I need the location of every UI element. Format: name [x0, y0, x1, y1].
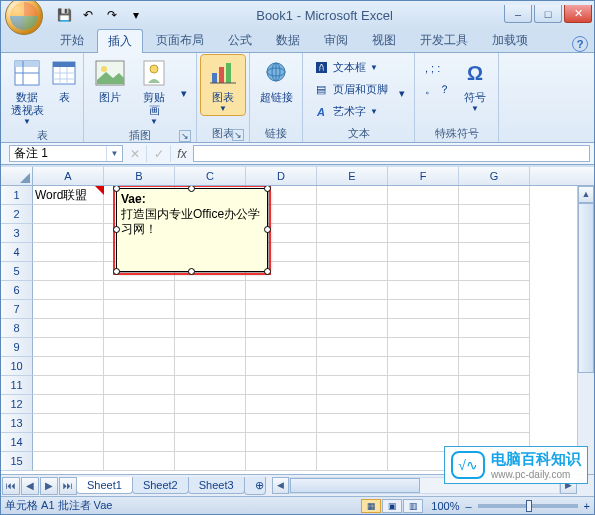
- textbox-button[interactable]: 🅰文本框 ▼: [309, 57, 392, 78]
- zoom-value[interactable]: 100%: [431, 500, 459, 512]
- save-icon[interactable]: 💾: [53, 4, 75, 26]
- cell[interactable]: [33, 281, 104, 300]
- table-button[interactable]: 表: [49, 55, 79, 106]
- tab-addins[interactable]: 加载项: [481, 28, 539, 52]
- sheet-nav-prev-icon[interactable]: ◀: [21, 477, 39, 495]
- zoom-out-button[interactable]: –: [465, 500, 471, 512]
- fx-icon[interactable]: fx: [171, 147, 193, 161]
- cell[interactable]: [104, 395, 175, 414]
- row-header[interactable]: 10: [1, 357, 33, 376]
- illustrations-more-button[interactable]: ▾: [176, 55, 192, 102]
- cell[interactable]: [175, 376, 246, 395]
- undo-icon[interactable]: ↶: [77, 4, 99, 26]
- row-header[interactable]: 7: [1, 300, 33, 319]
- symbol-button[interactable]: Ω 符号 ▼: [456, 55, 494, 115]
- cell[interactable]: [33, 224, 104, 243]
- sheet-tab[interactable]: Sheet2: [132, 477, 189, 494]
- cell[interactable]: [104, 357, 175, 376]
- sheet-tab[interactable]: Sheet3: [188, 477, 245, 494]
- row-header[interactable]: 11: [1, 376, 33, 395]
- formula-input[interactable]: [193, 145, 590, 162]
- redo-icon[interactable]: ↷: [101, 4, 123, 26]
- sheet-nav-next-icon[interactable]: ▶: [40, 477, 58, 495]
- normal-view-icon[interactable]: ▦: [361, 499, 381, 513]
- cell[interactable]: [388, 319, 459, 338]
- cell[interactable]: [175, 300, 246, 319]
- cell[interactable]: [388, 262, 459, 281]
- cell[interactable]: [104, 433, 175, 452]
- cell[interactable]: [388, 224, 459, 243]
- cell[interactable]: [175, 357, 246, 376]
- cell[interactable]: [33, 319, 104, 338]
- cell[interactable]: [33, 300, 104, 319]
- cell[interactable]: [317, 281, 388, 300]
- cell[interactable]: [317, 300, 388, 319]
- wordart-button[interactable]: A艺术字 ▼: [309, 101, 392, 122]
- row-header[interactable]: 12: [1, 395, 33, 414]
- cell[interactable]: [459, 224, 530, 243]
- cell[interactable]: [459, 414, 530, 433]
- cell[interactable]: [33, 414, 104, 433]
- cell[interactable]: [388, 433, 459, 452]
- cell[interactable]: [33, 452, 104, 471]
- cell[interactable]: [388, 186, 459, 205]
- cell[interactable]: [33, 205, 104, 224]
- vertical-scrollbar[interactable]: ▲: [577, 186, 594, 474]
- zoom-in-button[interactable]: +: [584, 500, 590, 512]
- cell[interactable]: [104, 376, 175, 395]
- row-header[interactable]: 14: [1, 433, 33, 452]
- cell[interactable]: [33, 376, 104, 395]
- cell-comment[interactable]: Vae: 打造国内专业Office办公学习网！: [116, 188, 268, 272]
- cell[interactable]: [175, 395, 246, 414]
- row-header[interactable]: 5: [1, 262, 33, 281]
- cell[interactable]: [388, 243, 459, 262]
- cell[interactable]: [317, 395, 388, 414]
- column-header[interactable]: F: [388, 167, 459, 185]
- cell[interactable]: [459, 452, 530, 471]
- row-header[interactable]: 6: [1, 281, 33, 300]
- cell[interactable]: [246, 357, 317, 376]
- cell[interactable]: [459, 338, 530, 357]
- column-header[interactable]: G: [459, 167, 530, 185]
- cell[interactable]: [104, 414, 175, 433]
- row-header[interactable]: 4: [1, 243, 33, 262]
- cell[interactable]: [459, 433, 530, 452]
- new-sheet-button[interactable]: ⊕: [244, 477, 266, 495]
- tab-developer[interactable]: 开发工具: [409, 28, 479, 52]
- scroll-thumb[interactable]: [578, 203, 594, 373]
- cell[interactable]: [33, 262, 104, 281]
- cell[interactable]: [246, 395, 317, 414]
- sheet-tab[interactable]: Sheet1: [76, 477, 133, 494]
- name-box[interactable]: 备注 1 ▼: [9, 145, 123, 162]
- scroll-left-icon[interactable]: ◀: [272, 477, 289, 494]
- page-break-view-icon[interactable]: ▥: [403, 499, 423, 513]
- cell[interactable]: [317, 376, 388, 395]
- zoom-slider[interactable]: [478, 504, 578, 508]
- cell[interactable]: [246, 338, 317, 357]
- cell[interactable]: [388, 395, 459, 414]
- cell[interactable]: [33, 357, 104, 376]
- cell[interactable]: [175, 414, 246, 433]
- punctuation-row2[interactable]: 。 ？: [421, 79, 454, 100]
- cell[interactable]: [459, 357, 530, 376]
- cell[interactable]: [459, 319, 530, 338]
- cell[interactable]: [317, 452, 388, 471]
- minimize-button[interactable]: –: [504, 5, 532, 23]
- cell[interactable]: [246, 319, 317, 338]
- maximize-button[interactable]: □: [534, 5, 562, 23]
- cell[interactable]: [317, 338, 388, 357]
- cell[interactable]: [388, 452, 459, 471]
- tab-view[interactable]: 视图: [361, 28, 407, 52]
- row-header[interactable]: 15: [1, 452, 33, 471]
- tab-page-layout[interactable]: 页面布局: [145, 28, 215, 52]
- picture-button[interactable]: 图片: [88, 55, 132, 106]
- row-header[interactable]: 1: [1, 186, 33, 205]
- row-header[interactable]: 9: [1, 338, 33, 357]
- cell[interactable]: [104, 452, 175, 471]
- cell[interactable]: [388, 281, 459, 300]
- cell[interactable]: [388, 338, 459, 357]
- help-icon[interactable]: ?: [572, 36, 588, 52]
- cell[interactable]: [459, 186, 530, 205]
- cell[interactable]: [246, 414, 317, 433]
- cell[interactable]: [388, 300, 459, 319]
